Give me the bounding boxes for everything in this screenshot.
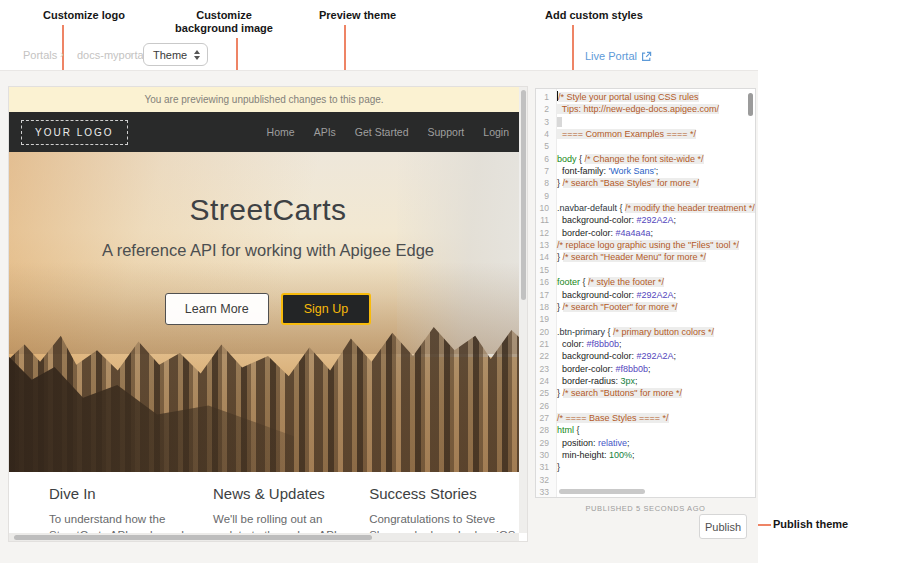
code-lines[interactable]: 1/* Style your portal using CSS rules2 T… — [536, 89, 755, 498]
editor-horizontal-scrollbar-thumb[interactable] — [559, 489, 645, 494]
code-line[interactable]: 29 position: relative; — [536, 437, 755, 449]
preview-nav: HomeAPIsGet StartedSupportLogin — [267, 126, 509, 138]
line-number: 11 — [536, 214, 553, 226]
code-line[interactable]: 7 font-family: 'Work Sans'; — [536, 165, 755, 177]
breadcrumb-portal-name[interactable]: docs-myportal — [77, 49, 146, 61]
code-line[interactable]: 8} /* search "Base Styles" for more */ — [536, 177, 755, 189]
code-line[interactable]: 17 background-color: #292A2A; — [536, 289, 755, 301]
line-number: 32 — [536, 474, 553, 486]
nav-link-home[interactable]: Home — [267, 126, 295, 138]
page: Customize logo Customize background imag… — [0, 0, 900, 584]
nav-link-get-started[interactable]: Get Started — [355, 126, 409, 138]
select-updown-icon — [194, 50, 200, 60]
css-code-editor[interactable]: 1/* Style your portal using CSS rules2 T… — [535, 88, 756, 498]
editor-vertical-scrollbar-thumb[interactable] — [748, 93, 753, 116]
line-number: 5 — [536, 140, 553, 152]
code-line[interactable]: 26 — [536, 400, 755, 412]
column-title: Success Stories — [369, 485, 527, 502]
line-number: 7 — [536, 165, 553, 177]
line-number: 2 — [536, 103, 553, 115]
line-number: 31 — [536, 461, 553, 473]
annotation-publish-theme: Publish theme — [773, 518, 848, 531]
code-line[interactable]: 24 border-radius: 3px; — [536, 375, 755, 387]
line-number: 3 — [536, 116, 553, 128]
theme-page-select[interactable]: Theme — [143, 43, 208, 66]
line-number: 17 — [536, 289, 553, 301]
code-line[interactable]: 19 — [536, 313, 755, 325]
line-number: 1 — [536, 91, 553, 103]
code-line[interactable]: 30 min-height: 100%; — [536, 449, 755, 461]
line-number: 4 — [536, 128, 553, 140]
line-number: 30 — [536, 449, 553, 461]
theme-editor-panel: You are previewing unpublished changes t… — [0, 70, 758, 563]
breadcrumb-portals[interactable]: Portals — [23, 49, 57, 61]
line-number: 10 — [536, 202, 553, 214]
code-line[interactable]: 13/* replace logo graphic using the "Fil… — [536, 239, 755, 251]
code-line[interactable]: 25} /* search "Buttons" for more */ — [536, 387, 755, 399]
line-number: 24 — [536, 375, 553, 387]
nav-link-login[interactable]: Login — [483, 126, 509, 138]
nav-link-apis[interactable]: APIs — [314, 126, 336, 138]
code-line[interactable]: 32 — [536, 474, 755, 486]
preview-columns: Dive InTo understand how the StreetCarts… — [9, 472, 527, 542]
sign-up-button[interactable]: Sign Up — [281, 293, 371, 325]
line-number: 18 — [536, 301, 553, 313]
portal-navbar: YOUR LOGO HomeAPIsGet StartedSupportLogi… — [9, 112, 527, 152]
code-line[interactable]: 18} /* search "Footer" for more */ — [536, 301, 755, 313]
column-title: Dive In — [49, 485, 197, 502]
line-number: 9 — [536, 190, 553, 202]
code-line[interactable]: 22 background-color: #292A2A; — [536, 350, 755, 362]
code-line[interactable]: 10.navbar-default { /* modify the header… — [536, 202, 755, 214]
line-number: 23 — [536, 363, 553, 375]
publish-button[interactable]: Publish — [699, 514, 747, 539]
code-line[interactable]: 28html { — [536, 424, 755, 436]
preview-horizontal-scrollbar[interactable] — [9, 533, 519, 541]
scrollbar-thumb[interactable] — [14, 535, 372, 540]
code-line[interactable]: 4 ==== Common Examples ==== */ — [536, 128, 755, 140]
external-link-icon — [641, 51, 652, 62]
line-number: 26 — [536, 400, 553, 412]
line-number: 8 — [536, 177, 553, 189]
line-number: 20 — [536, 326, 553, 338]
code-line[interactable]: 3 — [536, 116, 755, 128]
annotation-add-custom-styles: Add custom styles — [545, 9, 643, 22]
line-number: 13 — [536, 239, 553, 251]
nav-link-support[interactable]: Support — [428, 126, 465, 138]
hero-title: StreetCarts — [9, 192, 527, 228]
code-line[interactable]: 27/* ==== Base Styles ==== */ — [536, 412, 755, 424]
breadcrumb-separator: › — [129, 48, 133, 60]
line-number: 28 — [536, 424, 553, 436]
published-status: PUBLISHED 5 SECONDS AGO — [535, 504, 756, 513]
code-line[interactable]: 2 Tips: http://new-edge-docs.apigee.com/ — [536, 103, 755, 115]
code-line[interactable]: 1/* Style your portal using CSS rules — [536, 91, 755, 103]
line-number: 16 — [536, 276, 553, 288]
code-line[interactable]: 21 color: #f8bb0b; — [536, 338, 755, 350]
theme-select-value: Theme — [153, 49, 187, 61]
code-line[interactable]: 9 — [536, 190, 755, 202]
code-line[interactable]: 16footer { /* style the footer */ — [536, 276, 755, 288]
code-line[interactable]: 31} — [536, 461, 755, 473]
line-number: 22 — [536, 350, 553, 362]
unpublished-changes-banner: You are previewing unpublished changes t… — [9, 87, 527, 112]
code-line[interactable]: 15 — [536, 264, 755, 276]
live-portal-label: Live Portal — [585, 50, 637, 62]
code-line[interactable]: 20.btn-primary { /* primary button color… — [536, 326, 755, 338]
code-line[interactable]: 11 background-color: #292A2A; — [536, 214, 755, 226]
learn-more-button[interactable]: Learn More — [165, 293, 269, 325]
code-line[interactable]: 14} /* search "Header Menu" for more */ — [536, 251, 755, 263]
code-line[interactable]: 12 border-color: #4a4a4a; — [536, 227, 755, 239]
portal-preview-pane: You are previewing unpublished changes t… — [8, 86, 528, 542]
live-portal-link[interactable]: Live Portal — [585, 50, 652, 62]
annotation-customize-background: Customize background image — [172, 9, 276, 35]
code-line[interactable]: 23 border-color: #f8bb0b; — [536, 363, 755, 375]
code-line[interactable]: 6body { /* Change the font site-wide */ — [536, 153, 755, 165]
column-title: News & Updates — [213, 485, 353, 502]
line-number: 27 — [536, 412, 553, 424]
line-number: 14 — [536, 251, 553, 263]
code-line[interactable]: 5 — [536, 140, 755, 152]
hero-section: StreetCarts A reference API for working … — [9, 152, 527, 472]
annotation-preview-theme: Preview theme — [319, 9, 396, 22]
portal-logo-placeholder[interactable]: YOUR LOGO — [21, 120, 128, 145]
line-number: 12 — [536, 227, 553, 239]
breadcrumb-separator: › — [60, 48, 64, 60]
